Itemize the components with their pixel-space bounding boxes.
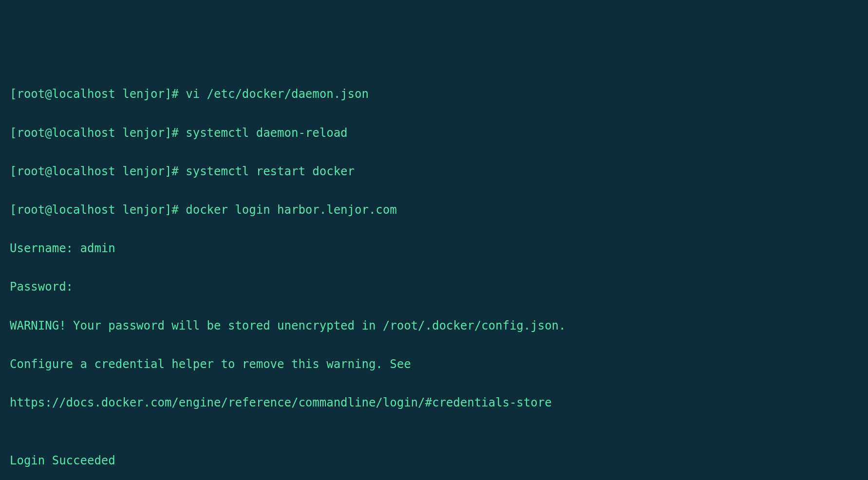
terminal-line-command: [root@localhost lenjor]# systemctl resta… <box>10 162 858 182</box>
terminal-line-output: Username: admin <box>10 239 858 258</box>
terminal-line-command: [root@localhost lenjor]# docker login ha… <box>10 201 858 220</box>
terminal-line-output: WARNING! Your password will be stored un… <box>10 316 858 336</box>
terminal-line-output: Password: <box>10 277 858 297</box>
terminal-line-output: Login Succeeded <box>10 451 858 471</box>
terminal-line-output: https://docs.docker.com/engine/reference… <box>10 393 858 413</box>
terminal-line-command: [root@localhost lenjor]# vi /etc/docker/… <box>10 85 858 104</box>
terminal-line-output: Configure a credential helper to remove … <box>10 355 858 374</box>
terminal-line-command: [root@localhost lenjor]# systemctl daemo… <box>10 124 858 143</box>
